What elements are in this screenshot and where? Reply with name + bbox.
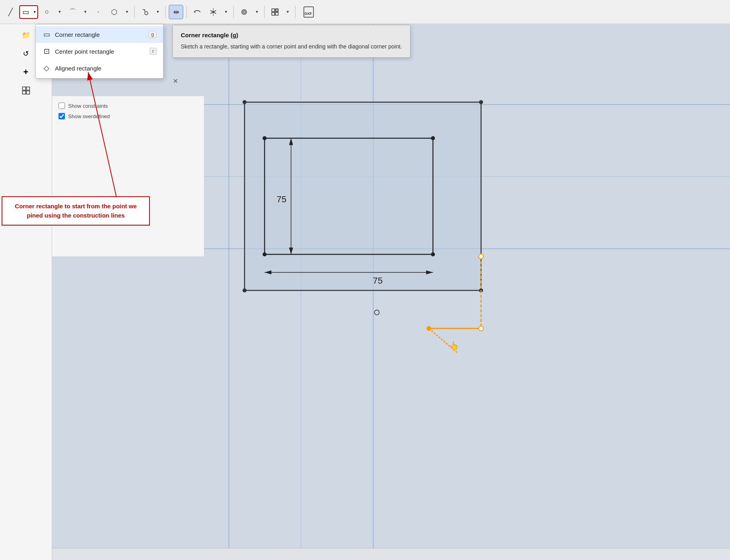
center-rectangle-shortcut: r bbox=[150, 48, 157, 55]
svg-point-19 bbox=[243, 288, 247, 292]
dropdown-item-center-rectangle-left: ⊡ Center point rectangle bbox=[42, 47, 114, 56]
measure-tool-button[interactable]: ⇹ bbox=[169, 5, 183, 19]
center-rectangle-icon: ⊡ bbox=[42, 47, 51, 56]
svg-text:75: 75 bbox=[373, 276, 382, 286]
toolbar-separator-1 bbox=[134, 6, 135, 18]
dropdown-item-corner-rectangle[interactable]: ▭ Corner rectangle g bbox=[36, 26, 163, 43]
svg-point-40 bbox=[427, 326, 431, 331]
polygon-tool-button[interactable]: ⬡ bbox=[107, 5, 121, 19]
toolbar-separator-2 bbox=[165, 6, 166, 18]
grid-button[interactable] bbox=[18, 83, 34, 99]
svg-rect-7 bbox=[275, 12, 278, 15]
svg-text:👆: 👆 bbox=[449, 341, 459, 351]
annotation-box: Corner rectangle to start from the point… bbox=[2, 196, 150, 226]
show-overdefined-label: Show overdefined bbox=[68, 113, 110, 119]
corner-rectangle-label: Corner rectangle bbox=[55, 31, 100, 38]
aligned-rectangle-icon: ◇ bbox=[42, 64, 51, 73]
show-constraints-checkbox[interactable] bbox=[59, 103, 65, 109]
left-sidebar: 📁 ↺ + bbox=[0, 24, 52, 560]
bottom-bar bbox=[52, 548, 730, 560]
point-tool-button[interactable]: · bbox=[91, 5, 105, 19]
dropdown-item-aligned-rectangle-left: ◇ Aligned rectangle bbox=[42, 64, 101, 73]
svg-text:DXF: DXF bbox=[305, 12, 312, 16]
annotation-text: Corner rectangle to start from the point… bbox=[9, 202, 143, 220]
rectangle-tool-main[interactable]: ▭ bbox=[20, 6, 32, 18]
dropdown-item-center-rectangle[interactable]: ⊡ Center point rectangle r bbox=[36, 43, 163, 60]
transform-dropdown-button[interactable]: ▾ bbox=[284, 5, 292, 19]
svg-point-25 bbox=[431, 252, 435, 256]
refresh-button[interactable]: ↺ bbox=[18, 46, 34, 62]
show-constraints-row[interactable]: Show constraints bbox=[59, 103, 198, 109]
folder-button[interactable]: 📁 bbox=[18, 27, 34, 43]
rectangle-tool-dropdown[interactable]: ▭ ▾ bbox=[19, 5, 38, 19]
dxf-export-button[interactable]: DXF bbox=[299, 5, 319, 19]
svg-rect-13 bbox=[26, 91, 30, 94]
svg-rect-11 bbox=[26, 87, 30, 90]
spline-tool-button[interactable]: ⌒ bbox=[65, 5, 80, 19]
circle-tool-button[interactable]: ○ bbox=[40, 5, 54, 19]
transform-tool-button[interactable] bbox=[268, 5, 282, 19]
spline-dropdown-button[interactable]: ▾ bbox=[81, 5, 89, 19]
svg-point-23 bbox=[431, 136, 435, 140]
toolbar-separator-3 bbox=[186, 6, 187, 18]
svg-point-0 bbox=[145, 12, 148, 15]
offset-tool-button[interactable] bbox=[237, 5, 251, 19]
svg-rect-5 bbox=[275, 9, 278, 12]
svg-point-26 bbox=[374, 310, 379, 315]
constraint-dropdown-button[interactable]: ▾ bbox=[154, 5, 162, 19]
svg-rect-6 bbox=[272, 12, 275, 15]
svg-point-3 bbox=[243, 11, 245, 13]
svg-point-2 bbox=[242, 10, 247, 14]
rectangle-dropdown-arrow[interactable]: ▾ bbox=[32, 8, 37, 16]
svg-rect-4 bbox=[272, 9, 275, 12]
corner-rectangle-shortcut: g bbox=[148, 31, 157, 38]
circle-dropdown-button[interactable]: ▾ bbox=[56, 5, 64, 19]
svg-point-24 bbox=[263, 252, 267, 256]
trim-tool-button[interactable] bbox=[190, 5, 204, 19]
tooltip-title: Corner rectangle (g) bbox=[181, 32, 402, 38]
svg-point-39 bbox=[479, 326, 483, 331]
toolbar-separator-4 bbox=[233, 6, 234, 18]
sketch-svg: 75 75 👆 bbox=[164, 64, 645, 465]
svg-rect-10 bbox=[22, 87, 26, 90]
svg-point-17 bbox=[243, 100, 247, 104]
toolbar-separator-5 bbox=[264, 6, 265, 18]
show-overdefined-checkbox[interactable] bbox=[59, 113, 65, 119]
svg-point-22 bbox=[263, 136, 267, 140]
svg-point-38 bbox=[479, 254, 483, 259]
rectangle-dropdown-menu: ▭ Corner rectangle g ⊡ Center point rect… bbox=[35, 24, 164, 79]
polygon-dropdown-button[interactable]: ▾ bbox=[123, 5, 131, 19]
svg-rect-12 bbox=[22, 91, 26, 94]
toolbar-separator-6 bbox=[295, 6, 295, 18]
mirror-dropdown-button[interactable]: ▾ bbox=[222, 5, 230, 19]
center-rectangle-label: Center point rectangle bbox=[55, 48, 114, 55]
show-constraints-label: Show constraints bbox=[68, 103, 108, 109]
show-overdefined-row[interactable]: Show overdefined bbox=[59, 113, 198, 119]
corner-rectangle-tooltip: Corner rectangle (g) Sketch a rectangle,… bbox=[172, 25, 410, 58]
dropdown-item-corner-rectangle-left: ▭ Corner rectangle bbox=[42, 30, 100, 39]
aligned-rectangle-label: Aligned rectangle bbox=[55, 65, 101, 72]
constraint-tool-button[interactable] bbox=[138, 5, 152, 19]
sketch-panel: Show constraints Show overdefined bbox=[52, 96, 204, 256]
corner-rectangle-icon: ▭ bbox=[42, 30, 51, 39]
dropdown-item-aligned-rectangle[interactable]: ◇ Aligned rectangle bbox=[36, 60, 163, 77]
line-tool-button[interactable]: ╱ bbox=[3, 5, 18, 19]
main-toolbar: ╱ ▭ ▾ ○ ▾ ⌒ ▾ · ⬡ ▾ ▾ ⇹ ▾ ▾ ▾ bbox=[0, 0, 730, 24]
add-button[interactable]: + bbox=[18, 64, 34, 80]
svg-point-18 bbox=[479, 100, 483, 104]
rectangle-icon: ▭ bbox=[22, 8, 29, 16]
svg-text:75: 75 bbox=[277, 194, 286, 204]
offset-dropdown-button[interactable]: ▾ bbox=[253, 5, 261, 19]
tooltip-description: Sketch a rectangle, starting with a corn… bbox=[181, 42, 402, 51]
mirror-tool-button[interactable] bbox=[206, 5, 220, 19]
